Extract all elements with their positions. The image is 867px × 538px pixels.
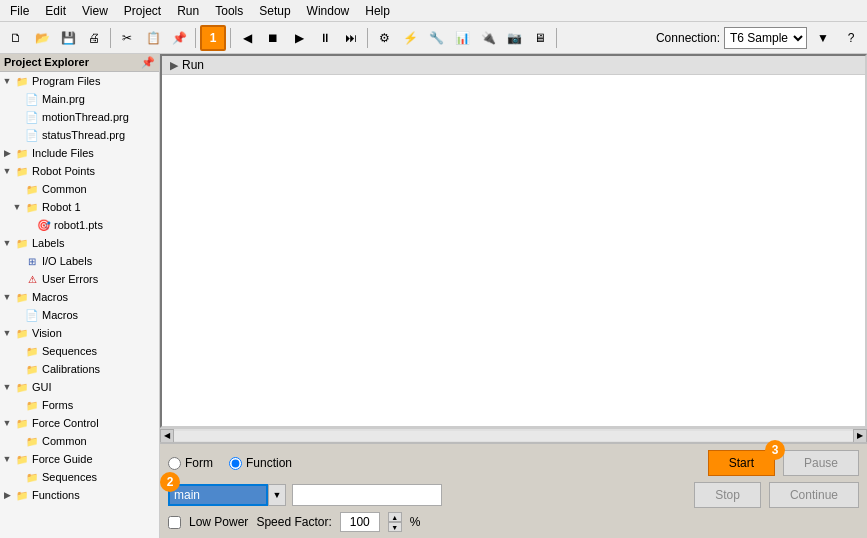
copy-btn[interactable]: 📋 [141,26,165,50]
tree-robot1-pts[interactable]: 🎯 robot1.pts [0,216,159,234]
scroll-right-btn[interactable]: ▶ [853,429,867,443]
tb-btn6[interactable]: ⚙ [372,26,396,50]
file-icon: 📄 [24,91,40,107]
tree-label: Labels [32,237,64,249]
sep1 [110,28,111,48]
tree-robot-points[interactable]: ▼ 📁 Robot Points [0,162,159,180]
tree-common-force[interactable]: 📁 Common [0,432,159,450]
radio-function-label[interactable]: Function [229,456,292,470]
tree-io-labels[interactable]: ⊞ I/O Labels [0,252,159,270]
tb-btn5[interactable]: ⏭ [339,26,363,50]
tree-label: Vision [32,327,62,339]
speed-down-btn[interactable]: ▼ [388,522,402,532]
sidebar-pin[interactable]: 📌 [141,56,155,69]
tree-forms[interactable]: 📁 Forms [0,396,159,414]
hscroll: ◀ ▶ [160,428,867,442]
tb-btn9[interactable]: 📊 [450,26,474,50]
paste-btn[interactable]: 📌 [167,26,191,50]
scroll-left-btn[interactable]: ◀ [160,429,174,443]
tree-main-prg[interactable]: 📄 Main.prg [0,90,159,108]
stop-button[interactable]: Stop [694,482,761,508]
tree-functions[interactable]: ▶ 📁 Functions [0,486,159,504]
menu-run[interactable]: Run [169,2,207,20]
tree-macros-item[interactable]: 📄 Macros [0,306,159,324]
print-btn[interactable]: 🖨 [82,26,106,50]
tree-labels[interactable]: ▼ 📁 Labels [0,234,159,252]
tree-common-robot[interactable]: 📁 Common [0,180,159,198]
main-input-dropdown-btn[interactable]: ▼ [268,484,286,506]
tree-label: Common [42,435,87,447]
tb-btn11[interactable]: 📷 [502,26,526,50]
tree-sequences[interactable]: 📁 Sequences [0,342,159,360]
second-input[interactable] [292,484,442,506]
new-btn[interactable]: 🗋 [4,26,28,50]
menu-help[interactable]: Help [357,2,398,20]
pause-button[interactable]: Pause [783,450,859,476]
tree-motionthread[interactable]: 📄 motionThread.prg [0,108,159,126]
cut-btn[interactable]: ✂ [115,26,139,50]
tree-user-errors[interactable]: ⚠ User Errors [0,270,159,288]
radio-row: Form Function Start 3 Pause [168,450,859,476]
spacer [12,472,22,482]
tb-btn4[interactable]: ⏸ [313,26,337,50]
tree-program-files[interactable]: ▼ 📁 Program Files [0,72,159,90]
menu-project[interactable]: Project [116,2,169,20]
tree-macros[interactable]: ▼ 📁 Macros [0,288,159,306]
tree-gui[interactable]: ▼ 📁 GUI [0,378,159,396]
expand-icon: ▼ [2,292,12,302]
folder-icon: 📁 [14,325,30,341]
tb-btn10[interactable]: 🔌 [476,26,500,50]
tb-btn12[interactable]: 🖥 [528,26,552,50]
continue-button[interactable]: Continue [769,482,859,508]
tree-force-guide[interactable]: ▼ 📁 Force Guide [0,450,159,468]
tree-include-files[interactable]: ▶ 📁 Include Files [0,144,159,162]
menu-view[interactable]: View [74,2,116,20]
expand-icon: ▼ [12,202,22,212]
menu-setup[interactable]: Setup [251,2,298,20]
tb-btn8[interactable]: 🔧 [424,26,448,50]
speed-up-btn[interactable]: ▲ [388,512,402,522]
help-btn[interactable]: ? [839,26,863,50]
tree-statusthread[interactable]: 📄 statusThread.prg [0,126,159,144]
tree-force-control[interactable]: ▼ 📁 Force Control [0,414,159,432]
tree-label: Include Files [32,147,94,159]
tb-btn3[interactable]: ▶ [287,26,311,50]
run-panel-label: Run [182,58,204,72]
radio-form[interactable] [168,457,181,470]
radio-form-label[interactable]: Form [168,456,213,470]
folder-icon: 📁 [24,199,40,215]
expand-icon: ▼ [2,328,12,338]
menu-tools[interactable]: Tools [207,2,251,20]
speed-spinner[interactable]: ▲ ▼ [388,512,402,532]
menu-edit[interactable]: Edit [37,2,74,20]
open-btn[interactable]: 📂 [30,26,54,50]
menu-file[interactable]: File [2,2,37,20]
main-input[interactable] [168,484,268,506]
tree-vision[interactable]: ▼ 📁 Vision [0,324,159,342]
tb-btn7[interactable]: ⚡ [398,26,422,50]
scroll-track[interactable] [174,431,853,441]
tb-btn1[interactable]: ◀ [235,26,259,50]
tree-calibrations[interactable]: 📁 Calibrations [0,360,159,378]
expand-icon: ▼ [2,382,12,392]
save-btn[interactable]: 💾 [56,26,80,50]
menu-window[interactable]: Window [299,2,358,20]
tb-btn2[interactable]: ⏹ [261,26,285,50]
expand-icon: ▼ [2,166,12,176]
spacer [12,130,22,140]
tree-label: Sequences [42,471,97,483]
run-mode-btn[interactable]: 1 [200,25,226,51]
connection-dropdown-btn[interactable]: ▼ [811,26,835,50]
radio-function[interactable] [229,457,242,470]
radio-function-text: Function [246,456,292,470]
connection-select[interactable]: T6 Sample [724,27,807,49]
tree-robot1[interactable]: ▼ 📁 Robot 1 [0,198,159,216]
speed-input[interactable] [340,512,380,532]
low-power-checkbox[interactable] [168,516,181,529]
tree-sequences-force[interactable]: 📁 Sequences [0,468,159,486]
low-power-label: Low Power [189,515,248,529]
err-icon: ⚠ [24,271,40,287]
spacer [12,346,22,356]
spacer [12,436,22,446]
spacer [12,112,22,122]
